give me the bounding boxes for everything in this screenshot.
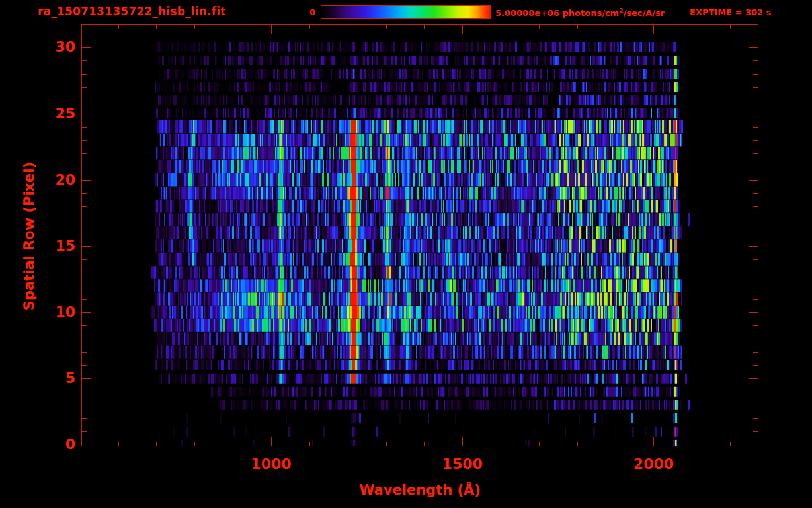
- colorbar-max-tail: /sec/A/sr: [623, 8, 665, 18]
- y-tick-label: 30: [29, 38, 75, 55]
- plot-window: { "window": { "background": "#000000" },…: [0, 0, 812, 508]
- plot-title: ra_150713135722_hisb_lin.fit: [38, 5, 226, 18]
- x-tick-label: 2000: [633, 456, 674, 472]
- colorbar-max-main: 5.00000e+06 photons/cm: [495, 8, 619, 18]
- colorbar: [321, 5, 491, 19]
- y-tick-label: 15: [29, 237, 75, 254]
- spectrogram-canvas: [81, 24, 758, 446]
- y-tick-label: 5: [29, 370, 75, 386]
- colorbar-max-label: 5.00000e+06 photons/cm2/sec/A/sr: [495, 7, 665, 18]
- y-tick-label: 20: [29, 171, 75, 188]
- y-tick-label: 10: [29, 304, 75, 320]
- exptime-label: EXPTIME = 302 s: [690, 7, 771, 17]
- y-tick-label: 25: [29, 105, 75, 122]
- x-tick-label: 1000: [251, 456, 291, 472]
- x-axis-title: Wavelength (Å): [359, 482, 481, 498]
- y-tick-label: 0: [29, 436, 75, 452]
- colorbar-gradient: [321, 6, 490, 18]
- colorbar-min-label: 0: [309, 7, 315, 17]
- x-tick-label: 1500: [442, 456, 483, 472]
